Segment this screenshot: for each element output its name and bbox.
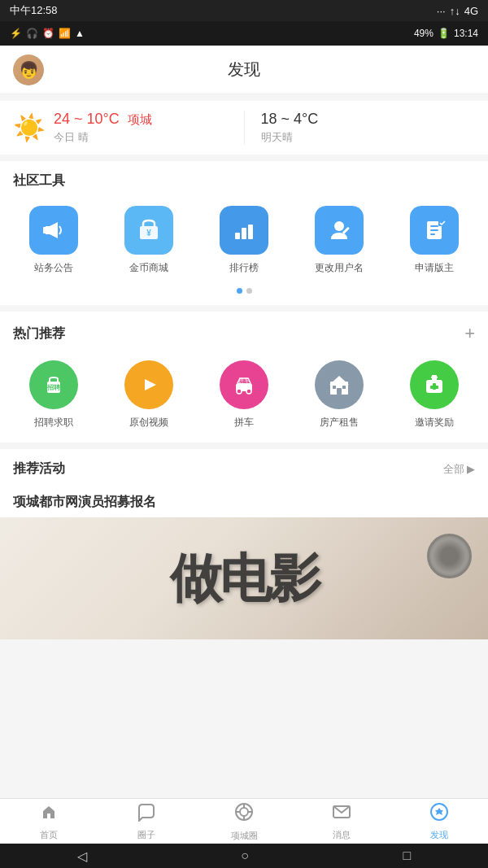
hot-header: 热门推荐 + [0,312,488,352]
apply-icon [410,206,459,255]
activities-header: 推荐活动 全部 ▶ [0,449,488,486]
tool-item-apply[interactable]: 申请版主 [398,206,471,275]
nav-messages-label: 消息 [333,829,351,841]
page-header: 👦 发现 [0,46,488,94]
video-icon [124,360,173,409]
tools-grid: 站务公告 ¥ 金币商城 3 2 1 [0,198,488,288]
carpool-icon: 拼车 [220,360,268,409]
recent-button[interactable]: □ [403,848,412,863]
svg-rect-28 [342,386,346,389]
realestate-label: 房产租售 [320,416,359,430]
battery-time: 49% 🔋 13:14 [414,28,478,39]
nav-home-label: 首页 [40,829,58,841]
film-reel-icon [427,534,472,578]
svg-rect-32 [430,386,438,389]
svg-marker-25 [329,376,349,385]
jobs-label: 招聘求职 [34,416,73,430]
nav-discover[interactable]: 发现 [390,799,488,844]
tool-item-rename[interactable]: 更改用户名 [303,206,376,275]
status-bar-top: 中午12:58 ··· ↑↓ 4G [0,0,488,21]
hot-item-invite[interactable]: 邀请奖励 [398,360,471,430]
today-desc: 今日 晴 [54,130,152,145]
svg-text:3: 3 [235,228,238,233]
sun-icon: ☀️ [13,112,46,143]
data-icon: ▲ [75,28,85,39]
battery-percent: 49% [414,28,434,39]
page-title: 发现 [228,59,260,81]
carpool-label: 拼车 [234,416,254,430]
activity-article-title: 项城都市网演员招募报名 [0,486,488,517]
jobs-icon: 招聘 [29,360,78,409]
dot-2 [246,288,252,294]
hot-item-carpool[interactable]: 拼车 拼车 [207,360,281,430]
rename-label: 更改用户名 [315,261,364,275]
invite-icon [410,360,459,409]
announcement-icon [29,206,78,255]
tool-item-ranking[interactable]: 3 2 1 排行榜 [207,206,281,275]
svg-rect-27 [333,386,336,389]
invite-label: 邀请奖励 [415,416,454,430]
svg-point-22 [246,389,251,394]
dot-1 [237,288,242,294]
activities-title: 推荐活动 [13,460,65,478]
home-button[interactable]: ○ [241,848,249,863]
bluetooth-icon: ⚡ [10,28,22,39]
svg-rect-13 [430,225,438,227]
svg-text:2: 2 [242,223,246,228]
svg-point-10 [334,221,344,231]
activity-banner[interactable]: 做电影 [0,517,488,639]
svg-point-21 [237,389,242,394]
avatar[interactable]: 👦 [13,55,44,85]
hot-item-jobs[interactable]: 招聘 招聘求职 [17,360,90,430]
system-time: 13:14 [454,28,478,39]
announcement-label: 站务公告 [34,261,73,275]
svg-text:拼车: 拼车 [238,377,250,383]
svg-rect-1 [43,227,46,233]
battery-visual: 🔋 [438,28,450,39]
svg-rect-5 [242,228,246,239]
hot-section: 热门推荐 + 招聘 招聘求职 原创视频 [0,312,488,443]
nav-discover-label: 发现 [430,829,448,841]
bottom-nav: 首页 圈子 项城圈 消息 [0,798,488,844]
svg-marker-19 [145,379,156,390]
svg-text:¥: ¥ [146,229,151,238]
nav-xiangcheng-label: 项城圈 [231,830,258,842]
avatar-image: 👦 [13,55,44,85]
svg-text:招聘: 招聘 [46,384,61,391]
nav-xiangcheng[interactable]: 项城圈 [195,799,293,844]
status-bar-bottom: ⚡ 🎧 ⏰ 📶 ▲ 49% 🔋 13:14 [0,21,488,46]
weather-today: ☀️ 24 ~ 10°C 项城 今日 晴 [13,111,245,145]
bottom-spacer [0,639,488,709]
today-temp-row: 24 ~ 10°C 项城 [54,111,152,128]
weather-tomorrow: 18 ~ 4°C 明天晴 [245,111,476,145]
activities-section: 推荐活动 全部 ▶ 项城都市网演员招募报名 做电影 [0,449,488,639]
realestate-icon [315,360,364,409]
svg-text:1: 1 [249,220,252,225]
nav-circle[interactable]: 圈子 [98,799,195,844]
svg-rect-14 [430,229,438,231]
svg-rect-6 [248,225,253,239]
nav-circle-label: 圈子 [137,829,155,841]
discover-icon [429,802,449,827]
community-tools-section: 社区工具 站务公告 ¥ 金币商城 [0,161,488,305]
tool-item-announcement[interactable]: 站务公告 [17,206,90,275]
all-link[interactable]: 全部 ▶ [443,462,475,477]
bt-icons: ⚡ 🎧 ⏰ 📶 ▲ [10,28,85,39]
chevron-right-icon: ▶ [467,463,475,475]
hot-item-video[interactable]: 原创视频 [112,360,185,430]
top-time: 中午12:58 [10,3,58,18]
svg-marker-0 [46,222,58,238]
shop-label: 金币商城 [129,261,168,275]
nav-messages[interactable]: 消息 [293,799,390,844]
hot-title: 热门推荐 [13,325,65,342]
chat-icon [137,802,156,827]
tool-item-shop[interactable]: ¥ 金币商城 [112,206,185,275]
tomorrow-temp: 18 ~ 4°C [261,111,476,128]
system-bar: ◁ ○ □ [0,844,488,868]
hot-item-realestate[interactable]: 房产租售 [303,360,376,430]
mail-icon [332,802,351,827]
add-button[interactable]: + [464,323,475,344]
nav-home[interactable]: 首页 [0,799,98,844]
back-button[interactable]: ◁ [77,848,87,864]
tomorrow-desc: 明天晴 [261,130,476,145]
